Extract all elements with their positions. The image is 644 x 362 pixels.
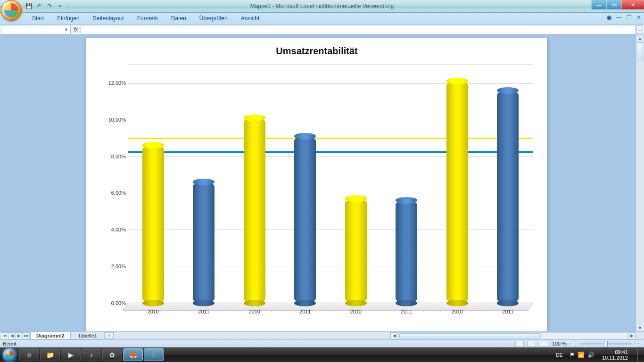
scroll-up-icon[interactable]: ▲ <box>636 35 644 42</box>
chart-bar <box>193 182 215 303</box>
language-indicator[interactable]: DE <box>554 351 565 359</box>
chart-bar <box>142 145 164 303</box>
formula-input[interactable] <box>81 25 636 34</box>
tray-time: 09:41 <box>615 349 628 355</box>
scroll-right-icon[interactable]: ▶ <box>628 332 636 339</box>
zoom-out-icon[interactable]: − <box>570 341 576 346</box>
start-button[interactable] <box>0 347 19 362</box>
view-pagebreak-icon[interactable] <box>540 341 548 347</box>
tab-ueberpruefen[interactable]: Überprüfen <box>193 13 234 24</box>
window-title: Mappe1 - Microsoft Excel nichtkommerziel… <box>0 3 644 9</box>
titlebar: 💾 ↶ ↷ ▾ Mappe1 - Microsoft Excel nichtko… <box>0 0 644 13</box>
horizontal-scrollbar[interactable]: ◀ ▶ <box>390 331 636 339</box>
zoom-in-icon[interactable]: + <box>636 341 641 346</box>
tab-start[interactable]: Start <box>25 13 50 24</box>
chart-plot-area: 0,00%2,00%4,00%6,00%8,00%10,00%12,00% 20… <box>100 65 533 316</box>
y-tick-label: 8,00% <box>111 154 126 159</box>
minimize-button[interactable]: — <box>591 0 606 9</box>
status-bar: Bereit 100 % − + <box>0 339 644 347</box>
y-tick-label: 12,00% <box>108 80 126 86</box>
y-tick-label: 0,00% <box>111 300 126 306</box>
taskbar-app1-icon[interactable]: ♪ <box>82 348 101 361</box>
chart-bar <box>396 200 417 303</box>
help-icon[interactable]: ◉ <box>607 14 611 21</box>
view-normal-icon[interactable] <box>515 341 524 347</box>
fx-label[interactable]: fx <box>74 26 78 33</box>
x-tick-label: 2011 <box>502 309 513 314</box>
sheet-nav-last-icon[interactable]: ⏭ <box>22 332 30 339</box>
chart-bar <box>294 136 316 303</box>
maximize-button[interactable]: ▭ <box>606 0 621 9</box>
x-tick-label: 2010 <box>148 309 159 314</box>
sheet-nav-first-icon[interactable]: ⏮ <box>1 332 8 339</box>
tray-volume-icon[interactable]: 🔊 <box>587 352 594 358</box>
vertical-scrollbar[interactable]: ▲ ▼ <box>636 35 644 331</box>
chart-bar <box>244 118 265 303</box>
tray-flag-icon[interactable]: ⚑ <box>570 352 575 358</box>
ribbon-right-controls: ◉ — ❐ ✕ <box>607 14 641 21</box>
window-controls: — ▭ ✕ <box>591 0 644 9</box>
save-icon[interactable]: 💾 <box>25 2 33 10</box>
zoom-level[interactable]: 100 % <box>552 341 567 346</box>
horizontal-scroll-thumb[interactable] <box>399 333 541 338</box>
name-box-dropdown-icon[interactable]: ▼ <box>64 27 68 32</box>
x-tick-label: 2011 <box>299 309 311 314</box>
sheet-tab-tabelle1[interactable]: Tabelle1 <box>72 332 103 339</box>
tab-ansicht[interactable]: Ansicht <box>234 13 266 24</box>
ribbon-tabs: Start Einfügen Seitenlayout Formeln Date… <box>0 13 644 25</box>
tray-icons[interactable]: ⚑ 📶 🔊 <box>570 352 594 358</box>
chart-y-axis: 0,00%2,00%4,00%6,00%8,00%10,00%12,00% <box>100 65 128 303</box>
x-tick-label: 2010 <box>452 309 463 314</box>
taskbar-excel-icon[interactable]: X <box>144 348 164 361</box>
chart-bar <box>446 81 468 303</box>
qat-dropdown-icon[interactable]: ▾ <box>56 2 64 10</box>
taskbar-app2-icon[interactable]: ✿ <box>102 348 122 361</box>
ribbon-close-icon[interactable]: ✕ <box>636 14 641 21</box>
qat-separator <box>67 2 67 10</box>
sheet-nav-next-icon[interactable]: ▶ <box>15 332 23 339</box>
taskbar-mediaplayer-icon[interactable]: ▶ <box>61 348 81 361</box>
chart-x-axis: 20102011201020112010201120102011 <box>128 305 533 316</box>
redo-icon[interactable]: ↷ <box>45 2 54 10</box>
name-box[interactable]: ▼ <box>1 25 71 34</box>
formula-bar-expand-icon[interactable]: ⌄ <box>636 25 643 34</box>
sheet-nav-buttons: ⏮ ◀ ▶ ⏭ <box>1 332 29 339</box>
sheet-nav-prev-icon[interactable]: ◀ <box>8 332 16 339</box>
ribbon-minimize-icon[interactable]: — <box>616 14 622 21</box>
tab-formeln[interactable]: Formeln <box>131 13 165 24</box>
y-tick-label: 10,00% <box>108 117 126 123</box>
taskbar-firefox-icon[interactable]: 🦊 <box>123 348 143 361</box>
x-tick-label: 2010 <box>350 309 362 314</box>
formula-bar: ▼ fx <box>0 25 644 35</box>
sheet-tab-diagramm2[interactable]: Diagramm2 <box>30 332 71 339</box>
scroll-down-icon[interactable]: ▼ <box>636 324 644 331</box>
close-button[interactable]: ✕ <box>621 0 644 9</box>
y-tick-label: 4,00% <box>111 227 126 232</box>
ribbon-restore-icon[interactable]: ❐ <box>627 14 632 21</box>
status-text: Bereit <box>3 341 17 346</box>
chart-object[interactable]: Umsatzrentabilität 0,00%2,00%4,00%6,00%8… <box>86 38 548 331</box>
tab-daten[interactable]: Daten <box>165 13 193 24</box>
system-tray: DE ⚑ 📶 🔊 09:41 10.11.2012 <box>554 347 644 362</box>
x-tick-label: 2010 <box>249 309 260 314</box>
undo-icon[interactable]: ↶ <box>35 2 43 10</box>
tray-date: 10.11.2012 <box>602 355 628 361</box>
scroll-left-icon[interactable]: ◀ <box>390 332 398 339</box>
tray-network-icon[interactable]: 📶 <box>578 352 585 358</box>
zoom-slider[interactable] <box>580 343 632 345</box>
office-button[interactable] <box>1 0 22 21</box>
show-desktop-button[interactable] <box>637 348 642 362</box>
tab-seitenlayout[interactable]: Seitenlayout <box>86 13 131 24</box>
worksheet-area: Umsatzrentabilität 0,00%2,00%4,00%6,00%8… <box>0 35 644 331</box>
taskbar-ie-icon[interactable]: e <box>19 348 39 361</box>
tab-einfuegen[interactable]: Einfügen <box>50 13 86 24</box>
chart-bar <box>497 90 519 304</box>
vertical-scroll-thumb[interactable] <box>637 42 643 61</box>
view-pagelayout-icon[interactable] <box>528 341 536 347</box>
y-tick-label: 6,00% <box>111 190 126 196</box>
quick-access-toolbar: 💾 ↶ ↷ ▾ <box>25 1 68 11</box>
new-sheet-button[interactable]: ✧ <box>104 332 114 339</box>
x-tick-label: 2011 <box>198 309 209 314</box>
tray-clock[interactable]: 09:41 10.11.2012 <box>599 348 631 362</box>
taskbar-explorer-icon[interactable]: 📁 <box>40 348 60 361</box>
